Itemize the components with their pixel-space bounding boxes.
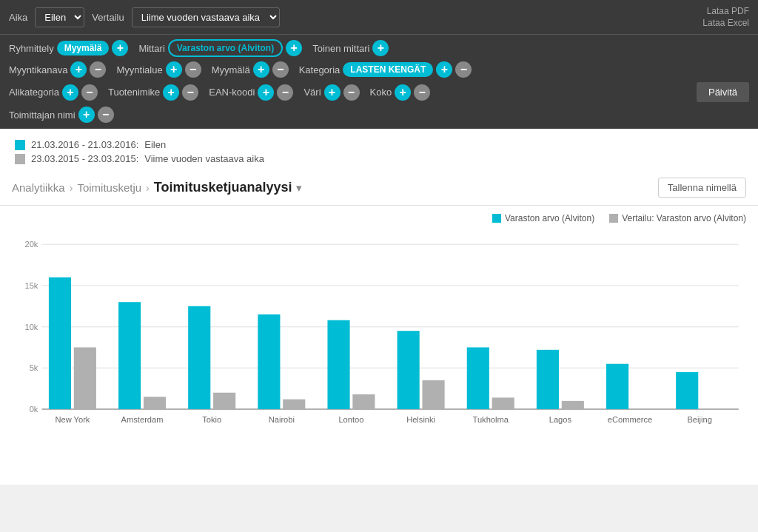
- paivita-button[interactable]: Päivitä: [697, 82, 749, 102]
- chart-legend: Varaston arvo (Alviton) Vertailu: Varast…: [12, 213, 746, 223]
- chart-legend-compare: Vertailu: Varaston arvo (Alviton): [609, 213, 746, 223]
- tuotenimike-remove-button[interactable]: −: [182, 84, 198, 101]
- ean-add-button[interactable]: +: [258, 84, 274, 101]
- svg-text:20k: 20k: [24, 240, 38, 249]
- ryhmittely-label: Ryhmittely: [9, 43, 54, 54]
- mittari-add-button[interactable]: +: [286, 40, 302, 56]
- chart-section: Varaston arvo (Alviton) Vertailu: Varast…: [0, 206, 758, 485]
- breadcrumb-section: Analytiikka › Toimitusketju › Toimituske…: [0, 170, 758, 206]
- mittari-filter: Mittari Varaston arvo (Alviton) +: [138, 39, 302, 57]
- alikategoria-label: Alikategoria: [9, 87, 59, 98]
- chart-legend-primary-label: Varaston arvo (Alviton): [505, 213, 594, 223]
- legend-color-compare: [15, 154, 25, 164]
- legend-label-2: Viime vuoden vastaava aika: [144, 153, 264, 164]
- svg-text:10k: 10k: [24, 323, 38, 331]
- kategoria-add-button[interactable]: +: [436, 61, 452, 78]
- breadcrumb-arrow-1: ›: [70, 182, 73, 194]
- legend-color-primary: [15, 140, 25, 150]
- vari-add-button[interactable]: +: [324, 84, 341, 101]
- svg-text:New York: New York: [55, 415, 90, 424]
- svg-rect-16: [188, 306, 210, 409]
- vari-remove-button[interactable]: −: [343, 84, 360, 101]
- filter-section-1: Ryhmittely Myymälä + Mittari Varaston ar…: [0, 34, 758, 129]
- chart-legend-color-compare: [609, 214, 618, 223]
- toinen-mittari-filter: Toinen mittari +: [312, 40, 389, 56]
- tuotenimike-add-button[interactable]: +: [163, 84, 179, 101]
- svg-rect-25: [398, 331, 420, 409]
- aika-label: Aika: [9, 12, 27, 23]
- toimittajan-nimi-label: Toimittajan nimi: [9, 110, 76, 121]
- vari-label: Väri: [303, 87, 321, 98]
- alikategoria-add-button[interactable]: +: [62, 84, 78, 101]
- download-links: Lataa PDF Lataa Excel: [702, 6, 749, 28]
- save-button[interactable]: Tallenna nimellä: [658, 178, 746, 198]
- ryhmittely-badge[interactable]: Myymälä: [57, 41, 110, 55]
- legend-item-2: 23.03.2015 - 23.03.2015: Viime vuoden va…: [15, 153, 743, 164]
- breadcrumb-item-1[interactable]: Analytiikka: [12, 181, 65, 194]
- vertailu-label: Vertailu: [92, 12, 124, 23]
- breadcrumb-arrow-2: ›: [146, 182, 150, 194]
- myyntialue-label: Myyntialue: [116, 64, 162, 75]
- toimittajan-nimi-add-button[interactable]: +: [78, 107, 95, 123]
- toinen-mittari-label: Toinen mittari: [312, 43, 369, 54]
- kategoria-remove-button[interactable]: −: [455, 61, 472, 78]
- ryhmittely-add-button[interactable]: +: [112, 40, 128, 56]
- myyntialue-filter: Myyntialue + −: [116, 61, 201, 78]
- svg-text:Beijing: Beijing: [687, 415, 711, 424]
- chart-legend-compare-label: Vertailu: Varaston arvo (Alviton): [622, 213, 746, 223]
- koko-remove-button[interactable]: −: [414, 84, 430, 101]
- legend-item-1: 21.03.2016 - 21.03.2016: Eilen: [15, 139, 743, 150]
- mittari-badge[interactable]: Varaston arvo (Alviton): [168, 39, 283, 57]
- toimittajan-nimi-remove-button[interactable]: −: [98, 107, 114, 123]
- lataa-pdf-link[interactable]: Lataa PDF: [707, 6, 749, 16]
- svg-text:Helsinki: Helsinki: [406, 415, 435, 424]
- vertailu-select[interactable]: Liime vuoden vastaava aika: [132, 7, 280, 27]
- breadcrumb: Analytiikka › Toimitusketju › Toimituske…: [12, 180, 302, 195]
- chart-legend-color-primary: [492, 214, 501, 223]
- toinen-mittari-add-button[interactable]: +: [372, 40, 389, 56]
- svg-rect-31: [537, 350, 559, 409]
- ean-koodi-filter: EAN-koodi + −: [209, 84, 293, 101]
- svg-rect-23: [352, 394, 375, 409]
- myymala-remove-button[interactable]: −: [272, 61, 289, 78]
- myyntialue-add-button[interactable]: +: [166, 61, 182, 78]
- bar-chart: 0k5k10k15k20kNew YorkAmsterdamTokioNairo…: [12, 231, 746, 468]
- lataa-excel-link[interactable]: Lataa Excel: [702, 18, 749, 28]
- myyntikanava-remove-button[interactable]: −: [90, 61, 106, 78]
- svg-text:5k: 5k: [30, 363, 38, 372]
- mittari-label: Mittari: [138, 43, 164, 54]
- koko-add-button[interactable]: +: [395, 84, 411, 101]
- svg-rect-28: [467, 347, 489, 409]
- kategoria-badge[interactable]: LASTEN KENGÄT: [343, 62, 433, 77]
- aika-select[interactable]: Eilen: [35, 7, 84, 27]
- filter-row-1: Ryhmittely Myymälä + Mittari Varaston ar…: [9, 39, 749, 57]
- myymala-add-button[interactable]: +: [253, 61, 269, 78]
- legend-label-1: Eilen: [144, 139, 166, 150]
- legend-date-1: 21.03.2016 - 21.03.2016:: [31, 139, 138, 150]
- breadcrumb-dropdown-icon[interactable]: ▾: [296, 181, 302, 195]
- svg-text:Lagos: Lagos: [549, 415, 572, 424]
- kategoria-label: Kategoria: [299, 64, 341, 75]
- svg-rect-10: [49, 277, 71, 409]
- ryhmittely-filter: Ryhmittely Myymälä +: [9, 40, 128, 56]
- myyntialue-remove-button[interactable]: −: [185, 61, 201, 78]
- svg-text:Lontoo: Lontoo: [338, 415, 363, 424]
- svg-rect-36: [676, 372, 698, 409]
- svg-rect-29: [492, 397, 514, 409]
- date-legend-section: 21.03.2016 - 21.03.2016: Eilen 23.03.201…: [0, 129, 758, 170]
- svg-rect-13: [118, 302, 141, 409]
- ean-koodi-label: EAN-koodi: [209, 87, 255, 98]
- bar-chart-container: 0k5k10k15k20kNew YorkAmsterdamTokioNairo…: [12, 231, 746, 470]
- alikategoria-remove-button[interactable]: −: [81, 84, 98, 101]
- svg-rect-11: [74, 347, 96, 409]
- koko-label: Koko: [370, 87, 392, 98]
- svg-rect-17: [213, 393, 235, 409]
- chart-legend-primary: Varaston arvo (Alviton): [492, 213, 594, 223]
- myyntikanava-filter: Myyntikanava + −: [9, 61, 106, 78]
- alikategoria-filter: Alikategoria + −: [9, 84, 98, 101]
- ean-remove-button[interactable]: −: [277, 84, 293, 101]
- svg-text:Tokio: Tokio: [202, 415, 221, 424]
- myyntikanava-add-button[interactable]: +: [70, 61, 87, 78]
- breadcrumb-item-2[interactable]: Toimitusketju: [77, 181, 141, 194]
- svg-rect-22: [327, 320, 349, 409]
